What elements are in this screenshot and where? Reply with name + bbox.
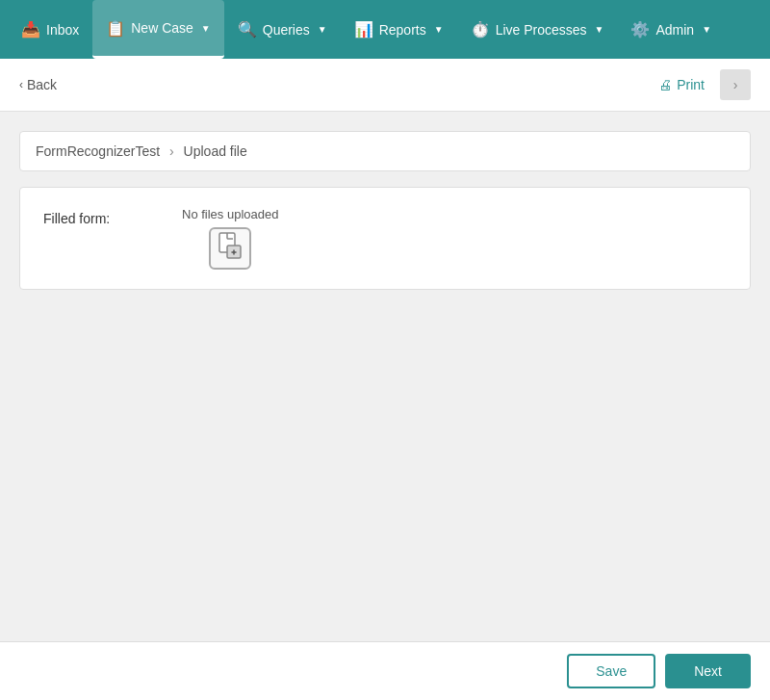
nav-live-processes-label: Live Processes [496, 22, 587, 38]
sidebar-item-admin[interactable]: ⚙️ Admin ▼ [617, 0, 725, 59]
upload-file-button[interactable] [209, 227, 251, 270]
print-label: Print [677, 77, 705, 92]
new-case-dropdown-icon: ▼ [201, 23, 211, 34]
sub-header-actions: 🖨 Print › [658, 69, 751, 100]
inbox-icon: 📥 [21, 20, 40, 39]
nav-inbox-label: Inbox [46, 22, 79, 38]
upload-area: No files uploaded [182, 207, 278, 270]
sidebar-item-live-processes[interactable]: ⏱️ Live Processes ▼ [457, 0, 618, 59]
new-case-icon: 📋 [106, 19, 125, 38]
sub-header: ‹ Back 🖨 Print › [0, 59, 770, 112]
sidebar-item-reports[interactable]: 📊 Reports ▼ [341, 0, 457, 59]
live-processes-dropdown-icon: ▼ [595, 24, 604, 35]
upload-document-icon [218, 232, 243, 265]
save-button[interactable]: Save [567, 654, 655, 688]
nav-queries-label: Queries [263, 22, 310, 38]
back-button[interactable]: ‹ Back [19, 77, 57, 92]
nav-reports-label: Reports [379, 22, 426, 38]
queries-dropdown-icon: ▼ [318, 24, 327, 35]
main-content: FormRecognizerTest › Upload file Filled … [0, 112, 770, 641]
breadcrumb-root: FormRecognizerTest [36, 143, 160, 159]
next-arrow-button[interactable]: › [720, 69, 751, 100]
form-card: Filled form: No files uploaded [19, 187, 751, 290]
sidebar-item-queries[interactable]: 🔍 Queries ▼ [224, 0, 341, 59]
footer: Save Next [0, 641, 770, 700]
reports-dropdown-icon: ▼ [434, 24, 444, 35]
next-button[interactable]: Next [665, 654, 751, 688]
reports-icon: 📊 [354, 20, 373, 39]
breadcrumb-separator: › [169, 143, 174, 159]
sidebar-item-new-case[interactable]: 📋 New Case ▼ [92, 0, 224, 59]
nav-new-case-label: New Case [131, 20, 193, 36]
navbar: 📥 Inbox 📋 New Case ▼ 🔍 Queries ▼ 📊 Repor… [0, 0, 770, 59]
back-arrow-icon: ‹ [19, 78, 23, 91]
queries-icon: 🔍 [238, 20, 257, 39]
back-label: Back [27, 77, 57, 92]
no-files-text: No files uploaded [182, 207, 278, 221]
live-processes-icon: ⏱️ [471, 20, 490, 39]
breadcrumb-current: Upload file [184, 143, 247, 159]
breadcrumb: FormRecognizerTest › Upload file [19, 131, 751, 171]
admin-dropdown-icon: ▼ [702, 24, 711, 35]
sidebar-item-inbox[interactable]: 📥 Inbox [8, 0, 92, 59]
content-area: FormRecognizerTest › Upload file Filled … [0, 112, 770, 641]
printer-icon: 🖨 [658, 77, 672, 92]
filled-form-label: Filled form: [43, 207, 159, 226]
print-button[interactable]: 🖨 Print [658, 77, 705, 92]
admin-icon: ⚙️ [630, 20, 650, 39]
nav-admin-label: Admin [655, 22, 694, 38]
